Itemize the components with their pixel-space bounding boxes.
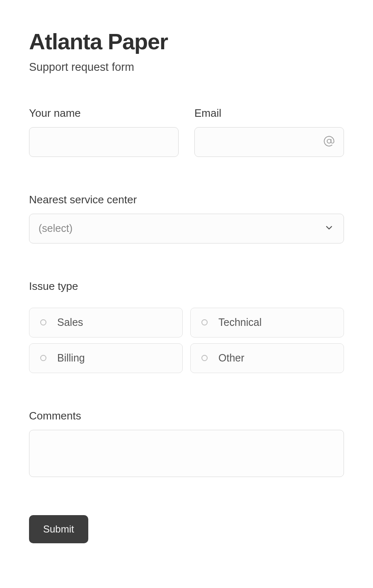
issue-type-option-billing[interactable]: Billing [29,343,183,373]
service-center-placeholder: (select) [39,222,73,234]
radio-label: Other [218,352,245,364]
service-center-label: Nearest service center [29,193,344,206]
comments-textarea[interactable] [29,430,344,477]
name-input[interactable] [29,127,179,157]
radio-label: Technical [218,316,262,328]
radio-icon [40,319,46,325]
email-label: Email [194,107,344,120]
issue-type-label: Issue type [29,280,344,293]
email-input[interactable] [194,127,344,157]
page-title: Atlanta Paper [29,30,344,53]
comments-label: Comments [29,410,344,422]
radio-icon [40,355,46,361]
issue-type-option-technical[interactable]: Technical [190,308,344,337]
radio-icon [201,319,208,325]
service-center-select[interactable]: (select) [29,214,344,243]
page-subtitle: Support request form [29,61,344,74]
issue-type-option-other[interactable]: Other [190,343,344,373]
radio-label: Sales [57,316,83,328]
name-label: Your name [29,107,179,120]
issue-type-option-sales[interactable]: Sales [29,308,183,337]
radio-icon [201,355,208,361]
radio-label: Billing [57,352,85,364]
submit-button[interactable]: Submit [29,515,88,543]
